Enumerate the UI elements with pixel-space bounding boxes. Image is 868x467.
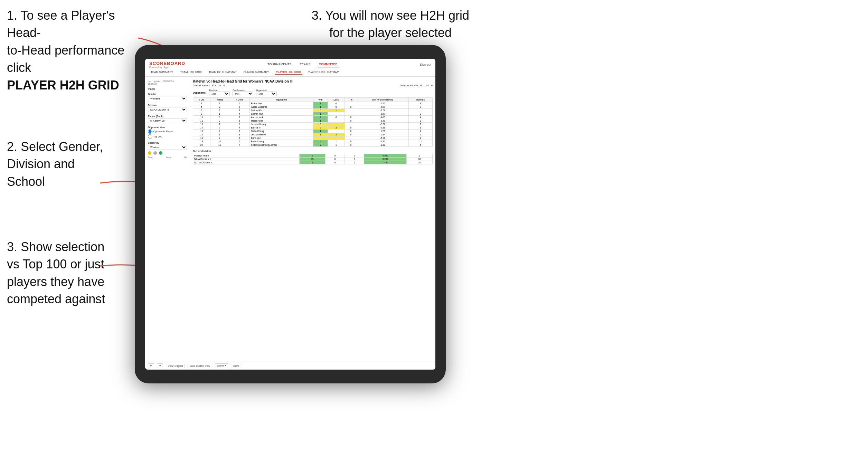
- redo-btn[interactable]: ↪: [157, 363, 163, 368]
- player-section: Player: [148, 88, 187, 90]
- ood-table-row: NAIA Division 1 15 0 0 9.267 30: [193, 158, 433, 161]
- save-custom-btn[interactable]: Save Custom View: [188, 364, 212, 368]
- sign-out-link[interactable]: Sign out: [420, 63, 431, 66]
- main-nav-links: TOURNAMENTS TEAMS COMMITTEE: [266, 62, 339, 67]
- grid-records: Overall Record: 353 - 34 - 6 Division Re…: [193, 84, 433, 87]
- table-row: 11 2 5 Heejo Hyun 1 0 3.33 3: [193, 119, 433, 123]
- table-row: 14 7 4 Eunice Yi 2 2 0 0.38 9: [193, 126, 433, 130]
- dot-level: [153, 151, 157, 155]
- colour-label: Colour by: [148, 142, 187, 144]
- main-grid: Katelyn Vo Head-to-Head Grid for Women's…: [190, 77, 435, 362]
- bottom-toolbar: ↩ ↪ View: Original Save Custom View Watc…: [145, 362, 435, 370]
- sub-nav-team-summary[interactable]: TEAM SUMMARY: [149, 70, 174, 75]
- opponent-view-section: Opponent view Opponents Played Top 100: [148, 126, 187, 139]
- sub-nav-player-h2h-heatmap[interactable]: PLAYER H2H HEATMAP: [306, 70, 340, 75]
- nav-teams[interactable]: TEAMS: [299, 62, 312, 67]
- sub-nav-player-h2h-grid[interactable]: PLAYER H2H GRID: [275, 70, 302, 75]
- h2h-table: # Div # Reg # Conf Opponent Win Loss Tie…: [193, 97, 433, 147]
- sign-out-area: Sign out: [420, 63, 431, 66]
- division-record: Division Record: 331 - 34 - 6: [400, 84, 433, 87]
- gender-select[interactable]: Women's Men's: [148, 96, 187, 101]
- share-btn[interactable]: Share: [231, 364, 242, 368]
- instruction-3-top: 3. You will now see H2H grid for the pla…: [301, 7, 480, 42]
- table-row: 15 8 5 Stella Cheng 1 0 1.25 4: [193, 130, 433, 133]
- region-select[interactable]: (All): [209, 92, 230, 96]
- opponent-select[interactable]: (All): [256, 92, 277, 96]
- player-rank-section: Player (Rank) 8. Katelyn Vo: [148, 115, 187, 123]
- sub-nav-team-h2h-heatmap[interactable]: TEAM H2H HEATMAP: [207, 70, 238, 75]
- filter-row: Opponents: Region (All) Conference (All)…: [193, 89, 433, 96]
- col-opponent: Opponent: [250, 98, 313, 102]
- dot-down: [148, 151, 151, 155]
- watch-btn[interactable]: Watch ▾: [215, 363, 228, 368]
- dot-up: [159, 151, 162, 155]
- colour-dots: [148, 151, 187, 155]
- logo-subtitle: Powered by clippd: [149, 66, 185, 68]
- col-div: # Div: [193, 98, 210, 102]
- sub-nav-team-h2h-grid[interactable]: TEAM H2H GRID: [179, 70, 203, 75]
- colour-select[interactable]: Win/loss: [148, 145, 187, 150]
- filter-conference: Conference (All): [233, 89, 253, 96]
- col-loss: Loss: [328, 98, 345, 102]
- table-row: 10 6 3 Andrea York 2 0 0 4.00 4: [193, 116, 433, 119]
- view-original-btn[interactable]: View: Original: [166, 364, 185, 368]
- table-row: 6 3 3 Sydney Kuo 0 1 -1.00: [193, 109, 433, 112]
- player-rank-label: Player (Rank): [148, 115, 187, 117]
- out-of-division-header: Out of division: [193, 150, 433, 153]
- filter-opponent: Opponent (All): [256, 89, 277, 96]
- player-rank-select[interactable]: 8. Katelyn Vo: [148, 118, 187, 123]
- table-row: 19 10 6 Emily Chang 4 1 0 0.30 11: [193, 140, 433, 143]
- nav-tournaments[interactable]: TOURNAMENTS: [266, 62, 293, 67]
- col-diff: Diff Av Strokes/Rnd: [357, 98, 408, 102]
- col-tie: Tie: [345, 98, 357, 102]
- logo: SCOREBOARD Powered by clippd: [149, 61, 185, 68]
- overall-record: Overall Record: 353 - 34 - 6: [193, 84, 225, 87]
- player-label: Player: [148, 88, 187, 90]
- navigation-bar: SCOREBOARD Powered by clippd TOURNAMENTS…: [145, 59, 435, 77]
- table-row: 9 1 4 Sharon Mun 1 3.67 3: [193, 112, 433, 116]
- undo-btn[interactable]: ↩: [148, 363, 154, 368]
- radio-opponents-played[interactable]: Opponents Played: [148, 129, 187, 134]
- division-label: Division: [148, 104, 187, 106]
- col-win: Win: [313, 98, 328, 102]
- instruction-3-bottom: 3. Show selection vs Top 100 or just pla…: [7, 238, 138, 308]
- logo-title: SCOREBOARD: [149, 61, 185, 66]
- gender-label: Gender: [148, 93, 187, 95]
- table-row: 18 2 2 Euna Lee -5.00 2: [193, 136, 433, 140]
- table-row: 5 2 2 Alexis Sudjianto 1 0 0 4.00 3: [193, 105, 433, 109]
- sidebar: Last Updated: 27/03/2024 16:55:38 Player…: [145, 77, 190, 362]
- sub-navigation: TEAM SUMMARY TEAM H2H GRID TEAM H2H HEAT…: [149, 70, 431, 76]
- col-conf: # Conf: [229, 98, 250, 102]
- gender-section: Gender Women's Men's: [148, 93, 187, 101]
- ood-table-row: NCAA Division 2 5 0 0 7.400 10: [193, 161, 433, 164]
- timestamp: Last Updated: 27/03/2024 16:55:38: [148, 80, 187, 85]
- tablet-device: SCOREBOARD Powered by clippd TOURNAMENTS…: [135, 45, 446, 383]
- division-select[interactable]: NCAA Division III NCAA Division I NCAA D…: [148, 107, 187, 112]
- tablet-screen: SCOREBOARD Powered by clippd TOURNAMENTS…: [145, 59, 435, 370]
- table-row: 20 11 7 Federica Domecq Lacroze 2 1 0 1.…: [193, 143, 433, 147]
- colour-labels: Down Level Up: [148, 156, 187, 158]
- instruction-2: 2. Select Gender, Division and School: [7, 138, 131, 190]
- sub-nav-player-summary[interactable]: PLAYER SUMMARY: [242, 70, 271, 75]
- conference-select[interactable]: (All): [233, 92, 253, 96]
- filter-region: Region (All): [209, 89, 230, 96]
- col-reg: # Reg: [210, 98, 229, 102]
- division-section: Division NCAA Division III NCAA Division…: [148, 104, 187, 112]
- opponent-view-label: Opponent view: [148, 126, 187, 128]
- instruction-1: 1. To see a Player's Head- to-Head perfo…: [7, 7, 138, 94]
- table-row: 3 1 1 Esther Lee 1 0 1.50 4: [193, 102, 433, 105]
- colour-section: Colour by Win/loss Down Level Up: [148, 142, 187, 158]
- radio-top-100[interactable]: Top 100: [148, 134, 187, 139]
- content-area: Last Updated: 27/03/2024 16:55:38 Player…: [145, 77, 435, 362]
- table-row: 16 1 3 Jessica Mason 1 2 0 -0.94 7: [193, 133, 433, 136]
- table-row: 13 1 1 Jessica Huang 0 -3.00 2: [193, 123, 433, 126]
- opponents-label: Opponents:: [193, 92, 206, 94]
- nav-committee[interactable]: COMMITTEE: [318, 62, 339, 67]
- ood-table: Foreign Team 1 0 0 4.500 2 NAIA Division…: [193, 154, 433, 164]
- col-rounds: Rounds: [409, 98, 433, 102]
- ood-table-row: Foreign Team 1 0 0 4.500 2: [193, 154, 433, 158]
- grid-title: Katelyn Vo Head-to-Head Grid for Women's…: [193, 79, 433, 83]
